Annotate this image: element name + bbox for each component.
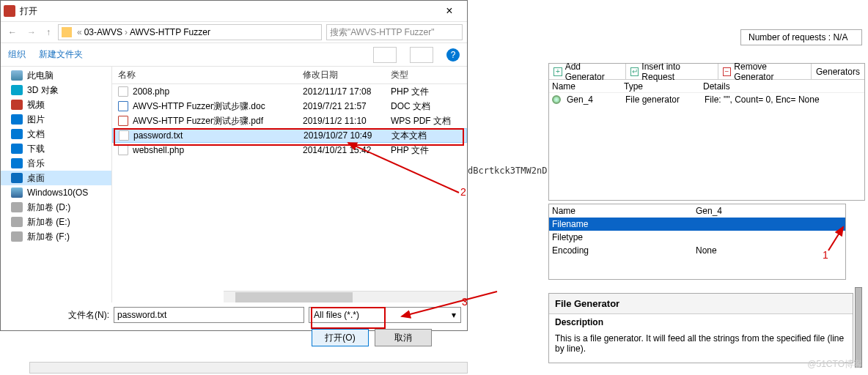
close-icon[interactable]: ×: [435, 4, 464, 18]
col-name: Name: [549, 206, 693, 216]
file-name: AWVS-HTTP Fuzzer测试步骤.pdf: [133, 116, 263, 126]
file-icon: [118, 145, 128, 155]
up-icon[interactable]: ↑: [43, 27, 54, 37]
filename-input[interactable]: [114, 307, 304, 323]
sidebar-item[interactable]: 图片: [1, 112, 111, 127]
sidebar-item[interactable]: 3D 对象: [1, 83, 111, 97]
dialog-footer: 文件名(N): All files (*.*)▾ 打开(O) 取消: [1, 302, 467, 352]
sidebar-item[interactable]: 新加卷 (F:): [1, 229, 111, 244]
file-icon: [118, 86, 128, 97]
col-name[interactable]: 名称: [112, 69, 297, 81]
sidebar-item[interactable]: 文档: [1, 127, 111, 141]
folder-icon: [11, 173, 23, 183]
file-icon: [118, 101, 128, 111]
toolbar: 组织 新建文件夹 ?: [1, 43, 467, 67]
file-row[interactable]: 2008.php2012/11/17 17:08PHP 文件: [112, 84, 467, 99]
path-seg[interactable]: AWVS-HTTP Fuzzer: [130, 27, 210, 37]
folder-icon: [11, 70, 23, 81]
folder-icon: [11, 202, 23, 212]
sidebar-label: 新加卷 (D:): [27, 201, 70, 214]
sidebar-item[interactable]: 视频: [1, 97, 111, 112]
folder-icon: [11, 100, 23, 110]
remove-generator-button[interactable]: −Remove Generator: [718, 64, 812, 79]
preview-button[interactable]: [410, 47, 433, 63]
file-name: AWVS-HTTP Fuzzer测试步骤.doc: [133, 101, 265, 111]
fg-title: File Generator: [549, 294, 853, 314]
properties-panel: Name Gen_4 FilenameFiletypeEncodingNone: [548, 204, 846, 280]
file-name: webshell.php: [133, 145, 184, 155]
file-row[interactable]: AWVS-HTTP Fuzzer测试步骤.pdf2019/11/2 11:10W…: [112, 114, 467, 128]
path-seg[interactable]: 03-AWVS: [84, 27, 122, 37]
file-row[interactable]: AWVS-HTTP Fuzzer测试步骤.doc2019/7/21 21:57D…: [112, 99, 467, 114]
sidebar-label: 下载: [27, 143, 45, 155]
generators-toolbar: +Add Generator ↵Insert into Request −Rem…: [549, 64, 864, 80]
folder-icon: [11, 85, 23, 95]
col-value: Gen_4: [693, 206, 845, 216]
ann-2: 2: [460, 186, 466, 198]
folder-icon: [11, 114, 23, 125]
sidebar-item[interactable]: 下载: [1, 141, 111, 156]
open-button[interactable]: 打开(O): [312, 329, 369, 346]
file-date: 2012/11/17 17:08: [297, 86, 385, 97]
annotation-box-3: [311, 307, 386, 329]
sidebar-item[interactable]: 此电脑: [1, 68, 111, 83]
add-generator-button[interactable]: +Add Generator: [549, 64, 626, 79]
sidebar-item[interactable]: Windows10(OS: [1, 185, 111, 200]
generator-row[interactable]: Gen_4 File generator File: "", Count= 0,…: [549, 93, 864, 106]
generators-panel: +Add Generator ↵Insert into Request −Rem…: [548, 63, 865, 201]
h-scrollbar[interactable]: [224, 291, 467, 302]
back-icon[interactable]: ←: [5, 27, 20, 37]
sidebar-label: 3D 对象: [27, 84, 59, 97]
forward-icon: →: [24, 27, 39, 37]
prop-key: Filetype: [549, 232, 693, 242]
col-details[interactable]: Details: [700, 81, 864, 92]
nav-row: ← → ↑ « 03-AWVS › AWVS-HTTP Fuzzer 搜索"AW…: [1, 21, 467, 43]
file-header: 名称 修改日期 类型: [112, 67, 467, 84]
search-placeholder: 搜索"AWVS-HTTP Fuzzer": [330, 26, 435, 39]
file-type: WPS PDF 文档: [385, 115, 458, 127]
folder-icon: [11, 188, 23, 198]
annotation-box: [114, 128, 464, 146]
property-row[interactable]: Filetype: [549, 231, 845, 244]
property-row[interactable]: EncodingNone: [549, 244, 845, 257]
sidebar-item[interactable]: 桌面: [1, 171, 111, 185]
file-type: DOC 文档: [385, 100, 458, 113]
breadcrumb[interactable]: « 03-AWVS › AWVS-HTTP Fuzzer: [58, 24, 322, 40]
col-type[interactable]: 类型: [385, 69, 458, 81]
requests-count: Number of requests : N/A: [740, 29, 862, 45]
generators-label: Generators: [812, 64, 864, 79]
v-scrollbar[interactable]: [855, 287, 862, 368]
search-input[interactable]: 搜索"AWVS-HTTP Fuzzer": [326, 24, 463, 40]
folder-icon: [11, 158, 23, 168]
organize-button[interactable]: 组织: [8, 48, 26, 61]
sidebar-label: 文档: [27, 128, 45, 141]
property-row[interactable]: Filename: [549, 218, 845, 231]
folder-icon: [11, 231, 23, 242]
sidebar-item[interactable]: 新加卷 (D:): [1, 200, 111, 215]
titlebar: 打开 ×: [1, 1, 467, 21]
help-icon[interactable]: ?: [446, 48, 460, 62]
right-panel: Number of requests : N/A +Add Generator …: [468, 0, 868, 375]
cancel-button[interactable]: 取消: [375, 329, 432, 346]
file-date: 2014/10/21 15:42: [297, 145, 385, 155]
newfolder-button[interactable]: 新建文件夹: [39, 48, 83, 61]
col-name[interactable]: Name: [549, 81, 621, 92]
app-icon: [4, 5, 15, 17]
col-type[interactable]: Type: [621, 81, 700, 92]
folder-icon: [62, 27, 72, 37]
sidebar-label: 新加卷 (E:): [27, 216, 70, 229]
open-file-dialog: 打开 × ← → ↑ « 03-AWVS › AWVS-HTTP Fuzzer …: [0, 0, 468, 331]
col-date[interactable]: 修改日期: [297, 69, 385, 81]
sidebar-label: 桌面: [27, 172, 45, 185]
gen-name: Gen_4: [564, 94, 622, 105]
outer-scrollbar[interactable]: [29, 362, 468, 374]
sidebar-item[interactable]: 新加卷 (E:): [1, 215, 111, 229]
folder-icon: [11, 217, 23, 227]
sidebar-item[interactable]: 音乐: [1, 156, 111, 171]
dialog-title: 打开: [20, 5, 435, 18]
insert-request-button[interactable]: ↵Insert into Request: [626, 64, 718, 79]
folder-icon: [11, 144, 23, 154]
view-button[interactable]: [373, 47, 397, 63]
file-name: 2008.php: [133, 86, 169, 97]
sidebar-label: 视频: [27, 99, 45, 111]
